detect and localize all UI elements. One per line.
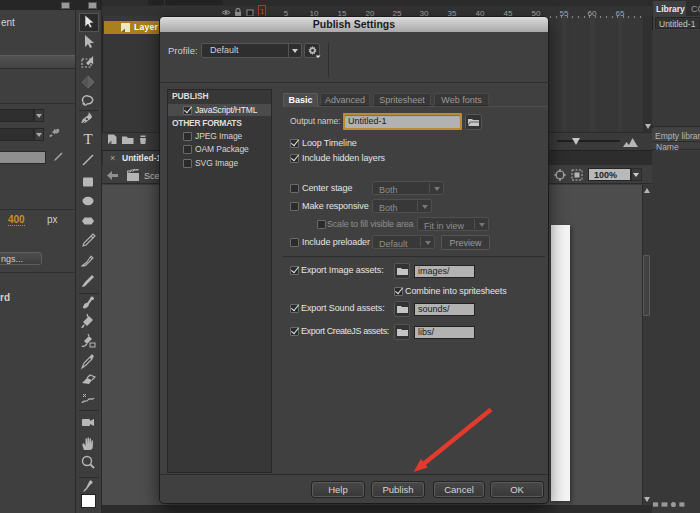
svg-text:T: T [83,131,92,147]
